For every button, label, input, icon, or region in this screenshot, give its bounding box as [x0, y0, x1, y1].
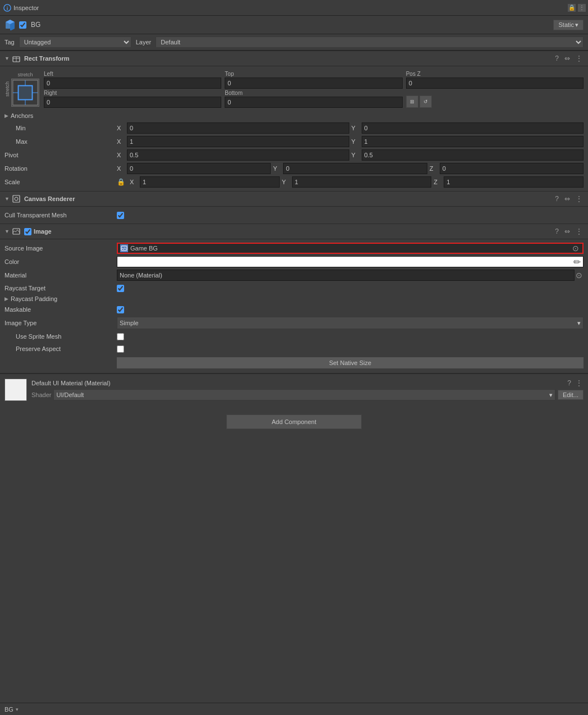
rotation-row: Rotation X Y Z	[0, 162, 588, 175]
pivot-label: Pivot	[4, 152, 117, 158]
image-menu[interactable]: ⋮	[575, 227, 584, 235]
canvas-renderer-menu[interactable]: ⋮	[575, 195, 584, 203]
rot-z-label: Z	[430, 165, 437, 172]
source-image-name: Game BG	[130, 245, 569, 252]
preserve-aspect-value	[117, 345, 584, 353]
raycast-padding-label: Raycast Padding	[11, 295, 57, 302]
static-button[interactable]: Static ▾	[553, 20, 584, 30]
pivot-y-input[interactable]	[362, 149, 584, 161]
image-type-dropdown[interactable]: Simple ▾	[117, 317, 584, 329]
anchors-section: ▶ Anchors	[0, 110, 588, 121]
right-input[interactable]	[44, 97, 221, 108]
set-native-size-row: Set Native Size	[0, 355, 588, 371]
canvas-renderer-help[interactable]: ?	[554, 195, 560, 203]
scale-x-input[interactable]	[140, 176, 280, 188]
color-value: ✏	[117, 256, 584, 267]
layer-label: Layer	[136, 39, 152, 45]
maskable-checkbox[interactable]	[117, 306, 124, 313]
canvas-renderer-icon	[12, 194, 21, 203]
preserve-aspect-checkbox[interactable]	[117, 345, 124, 353]
menu-button[interactable]: ⋮	[578, 4, 586, 12]
canvas-renderer-header[interactable]: ▼ Canvas Renderer ? ⇔ ⋮	[0, 191, 588, 207]
posz-input[interactable]	[406, 78, 584, 89]
min-x-input[interactable]	[127, 122, 349, 134]
default-material-section: Default UI Material (Material) ? ⋮ Shade…	[0, 373, 588, 406]
pivot-rotate-button[interactable]: ↺	[420, 95, 432, 108]
max-y-label: Y	[352, 138, 359, 145]
layer-select[interactable]: Default	[156, 37, 584, 48]
right-field: Right	[44, 90, 221, 108]
stretch-box[interactable]	[11, 79, 39, 107]
rect-transform-actions: ? ⇔ ⋮	[554, 54, 584, 62]
raycast-target-value	[117, 285, 584, 292]
add-component-row: Add Component	[0, 406, 588, 438]
rot-x-label: X	[117, 165, 125, 172]
canvas-renderer-settings[interactable]: ⇔	[563, 195, 571, 203]
cull-transparent-value	[117, 212, 584, 219]
color-field[interactable]: ✏	[117, 256, 584, 267]
image-body: Source Image Game BG ⊙ Color ✏ Mat	[0, 239, 588, 373]
material-field[interactable]: None (Material)	[117, 270, 575, 281]
scale-y-label: Y	[282, 179, 290, 185]
material-thumbnail	[4, 379, 27, 401]
top-label: Top	[225, 71, 402, 77]
cull-transparent-checkbox[interactable]	[117, 212, 124, 219]
scale-z-input[interactable]	[444, 176, 584, 188]
rot-z-input[interactable]	[440, 163, 584, 174]
raycast-padding-row[interactable]: ▶ Raycast Padding	[0, 294, 588, 303]
max-x-input[interactable]	[127, 136, 349, 147]
anchors-header[interactable]: ▶ Anchors	[4, 111, 584, 120]
active-checkbox[interactable]	[19, 21, 26, 29]
bottom-input[interactable]	[225, 97, 402, 108]
set-native-size-button[interactable]: Set Native Size	[117, 357, 584, 368]
rect-transform-icon	[12, 54, 21, 63]
rect-transform-title: Rect Transform	[24, 55, 554, 62]
stretch-top-label: stretch	[17, 72, 33, 78]
source-image-field[interactable]: Game BG ⊙	[117, 243, 584, 254]
shader-chevron-icon: ▾	[549, 391, 553, 399]
max-y-input[interactable]	[362, 136, 584, 147]
material-detail-section: Default UI Material (Material) ? ⋮ Shade…	[0, 374, 588, 406]
title-bar: i Inspector 🔒 ⋮	[0, 0, 588, 16]
min-xyz: X Y	[117, 122, 584, 134]
rot-y-input[interactable]	[283, 163, 427, 174]
anchor-presets-button[interactable]: ⊞	[406, 95, 418, 108]
rect-transform-menu[interactable]: ⋮	[575, 54, 584, 62]
maskable-label: Maskable	[4, 306, 117, 313]
material-pick-button[interactable]: ⊙	[575, 271, 584, 280]
object-name-input[interactable]	[30, 21, 550, 29]
image-header[interactable]: ▼ Image ? ⇔ ⋮	[0, 224, 588, 239]
image-enabled-checkbox[interactable]	[24, 228, 31, 235]
rot-x-input[interactable]	[127, 163, 271, 174]
rect-transform-settings[interactable]: ⇔	[563, 54, 571, 62]
add-component-button[interactable]: Add Component	[226, 415, 362, 429]
material-menu-button[interactable]: ⋮	[575, 379, 584, 387]
left-input[interactable]	[44, 78, 221, 89]
maskable-row: Maskable	[0, 303, 588, 316]
source-image-value: Game BG ⊙	[117, 243, 584, 254]
image-section-icon	[12, 227, 21, 236]
bottom-chevron-icon: ▾	[16, 707, 19, 712]
scale-y-input[interactable]	[292, 176, 432, 188]
rect-transform-header[interactable]: ▼ Rect Transform ? ⇔ ⋮	[0, 51, 588, 66]
posz-field: Pos Z	[406, 71, 584, 89]
pivot-x-input[interactable]	[127, 149, 349, 161]
rotation-label: Rotation	[4, 165, 117, 172]
shader-edit-button[interactable]: Edit...	[558, 390, 584, 400]
use-sprite-mesh-checkbox[interactable]	[117, 333, 124, 340]
svg-text:i: i	[7, 5, 8, 11]
tag-layer-row: Tag Untagged Layer Default	[0, 34, 588, 51]
min-y-input[interactable]	[362, 122, 584, 134]
material-help-button[interactable]: ?	[566, 379, 572, 387]
raycast-target-checkbox[interactable]	[117, 285, 124, 292]
top-input[interactable]	[225, 78, 402, 89]
material-name-text: None (Material)	[120, 272, 162, 279]
shader-value[interactable]: UI/Default ▾	[53, 389, 555, 400]
image-help[interactable]: ?	[554, 227, 560, 235]
tag-select[interactable]: Untagged	[19, 37, 131, 48]
lock-button[interactable]: 🔒	[568, 4, 576, 12]
image-settings[interactable]: ⇔	[563, 227, 571, 235]
rect-transform-help[interactable]: ?	[554, 54, 560, 62]
source-image-pick-button[interactable]: ⊙	[571, 244, 580, 253]
scale-lock-icon: 🔒	[117, 178, 125, 186]
